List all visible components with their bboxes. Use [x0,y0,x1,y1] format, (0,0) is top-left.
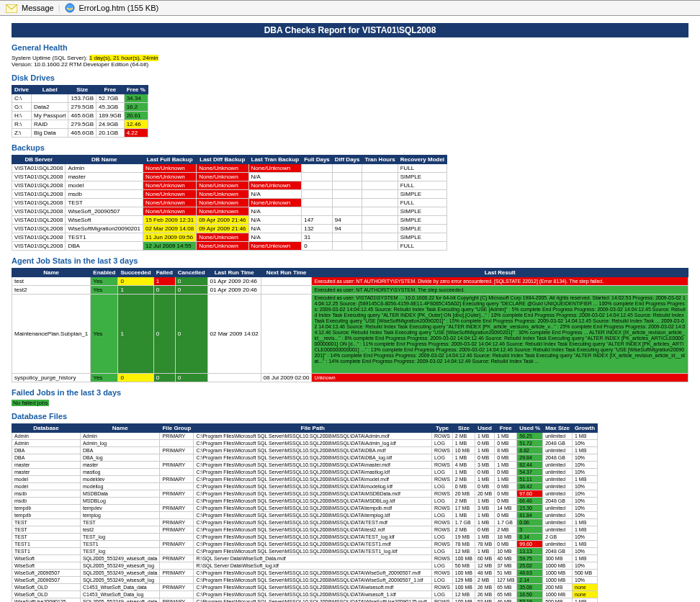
table-row: tempdbtemplogC:\Program Files\Microsoft … [12,512,598,519]
table-cell: 08 Jul 2009 02:00 [261,374,312,382]
table-cell: 11 Jun 2009 09:56 [143,233,196,242]
col-header: Free [495,424,517,433]
col-header: File Group [160,424,194,433]
table-cell [362,216,398,225]
table-cell: 12 Jul 2009 14:55 [143,242,196,251]
table-cell: SIMPLE [398,207,447,216]
table-cell: 189.9GB [97,112,125,120]
table-cell: 0 MB [495,483,517,490]
table-cell: test2 [12,286,91,295]
table-cell: 2 MB [475,577,494,584]
table-cell: unlimited [543,519,573,526]
col-header: Size [452,424,475,433]
table-row: DBADBA_logC:\Program Files\Microsoft SQL… [12,454,598,462]
table-cell: 10% [573,469,598,476]
table-cell: 19 MB [452,534,475,541]
table-cell: 0 MB [495,454,517,462]
table-cell: 2048 GB [543,440,573,447]
table-cell: 279.5GB [68,103,97,112]
table-cell: C:\Program Files\Microsoft SQL Server\MS… [194,490,432,498]
table-cell: model [66,181,143,190]
table-cell: 51.11 [517,476,543,483]
table-cell: N/A [248,207,302,216]
table-row: WiseSoft_20090507SQL2005_553249_wisesoft… [12,577,598,584]
table-cell [160,498,194,505]
table-cell: 10% [573,483,598,490]
table-cell: LOG [432,548,453,555]
table-cell [160,562,194,570]
table-cell: None/Unknown [197,190,248,199]
table-cell: MaintenancePlan.Subplan_1 [12,295,91,374]
table-cell [160,483,194,490]
col-header: Last Diff Backup [197,156,248,164]
table-cell: 8.14 [517,534,543,541]
table-cell: 12.46 [124,120,148,129]
table-cell [160,577,194,584]
envelope-icon [6,4,17,13]
table-cell: 3 MB [475,462,494,469]
table-cell: TEST1 [66,233,143,242]
table-cell: 15.30 [517,505,543,512]
table-cell: ROWS [432,584,453,591]
backups-table: DB ServerDB NameLast Full BackupLast Dif… [12,155,447,251]
table-cell [332,242,362,251]
col-header: Last Tran Backup [248,156,302,164]
table-cell [332,181,362,190]
table-row: DBADBAPRIMARYC:\Program Files\Microsoft … [12,447,598,454]
table-cell: VISTA01\SQL2008 [12,199,66,207]
table-row: VISTA01\SQL2008AdminNone/UnknownNone/Unk… [12,164,447,173]
table-cell: 10% [573,512,598,519]
table-cell: 26 MB [475,584,494,591]
tab-message[interactable]: Message [22,4,54,12]
table-cell: 1 MB [475,548,494,555]
col-header: Enabled [91,269,118,277]
table-cell: 147 [302,216,333,225]
table-row: WiseSoft_OLDC1453_WiseSoft_Data_dataPRIM… [12,584,598,591]
table-cell: Z:\ [12,129,32,138]
table-cell: None/Unknown [197,164,248,173]
table-cell: C:\Program Files\Microsoft SQL Server\MS… [194,483,432,490]
table-cell: 465.6GB [68,129,97,138]
table-cell [332,164,362,173]
table-cell: 1 MB [475,447,494,454]
table-cell: model [12,483,81,490]
table-cell: None/Unknown [197,207,248,216]
table-cell: N/A [248,225,302,233]
tab-errorlog[interactable]: ErrorLog.htm (155 KB) [79,4,159,12]
table-row: WiseSoftSQL2005_553249_wisesoft_logR:\SQ… [12,562,598,570]
table-cell: VISTA01\SQL2008 [12,173,66,181]
table-cell: 78 MB [452,541,475,548]
table-cell: 100 MB [452,555,475,562]
table-row: TESTTEST_logC:\Program Files\Microsoft S… [12,534,598,541]
table-row: AdminAdminPRIMARYC:\Program Files\Micros… [12,433,598,440]
svg-point-1 [66,4,74,12]
table-cell: VISTA01\SQL2008 [12,207,66,216]
table-row: VISTA01\SQL2008modelNone/UnknownNone/Unk… [12,181,447,190]
table-cell: TEST_log [80,548,160,555]
table-cell: 0 MB [495,490,517,498]
table-cell: C:\Program Files\Microsoft SQL Server\MS… [194,433,432,440]
col-header: Last Full Backup [143,156,196,164]
table-cell: LOG [432,483,453,490]
table-cell: DBA [12,447,81,454]
table-cell: master [12,469,81,476]
table-cell: 13.13 [517,548,543,555]
table-cell: 53 MB [475,598,494,602]
table-cell: TEST [66,199,143,207]
table-cell: C1453_WiseSoft_Data_data [80,584,160,591]
table-cell: C:\Program Files\Microsoft SQL Server\MS… [194,469,432,476]
table-cell: 59.75 [517,555,543,562]
table-cell: Admin [80,433,160,440]
table-cell: 1 MB [573,541,598,548]
table-cell: 37 MB [495,562,517,570]
table-cell: DBA [80,447,160,454]
section-db-files: Database Files [12,412,688,421]
table-cell [332,190,362,199]
table-row: msdbMSDBDataPRIMARYC:\Program Files\Micr… [12,490,598,498]
table-cell: 1 MB [475,433,494,440]
table-cell: 65 MB [495,584,517,591]
table-cell: 1 MB [495,476,517,483]
table-cell: None/Unknown [143,199,196,207]
col-header: Full Days [302,156,333,164]
table-cell: 129 MB [452,577,475,584]
